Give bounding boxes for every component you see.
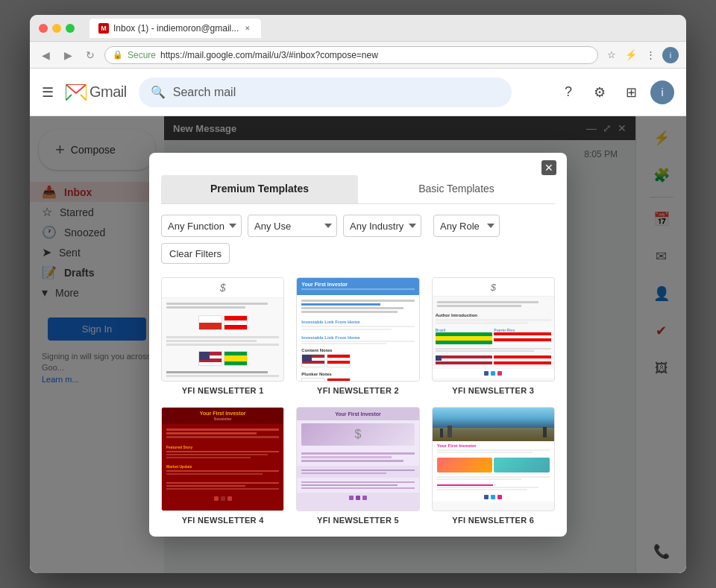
template-item-6[interactable]: Your First Investor [432, 407, 555, 525]
template-item-5[interactable]: Your First Investor $ [296, 407, 419, 525]
template-item-2[interactable]: Your First Investor [296, 277, 419, 395]
template-name-6: YFI NEWSLETTER 6 [452, 516, 534, 525]
gmail-search-bar[interactable]: 🔍 Search mail [139, 78, 512, 107]
browser-window: M Inbox (1) - indiemoron@gmail... ✕ ◀ ▶ … [30, 15, 686, 573]
browser-tab[interactable]: M Inbox (1) - indiemoron@gmail... ✕ [90, 19, 261, 38]
apps-grid-icon[interactable]: ⊞ [619, 80, 643, 104]
help-icon[interactable]: ? [556, 80, 580, 104]
settings-icon[interactable]: ⚙ [588, 80, 612, 104]
modal-overlay: ✕ Premium Templates Basic Templates Any … [30, 116, 686, 573]
hamburger-menu-icon[interactable]: ☰ [42, 84, 54, 101]
tab-basic-templates[interactable]: Basic Templates [358, 175, 555, 203]
gmail-top-bar: ☰ Gmail 🔍 Search mail [30, 69, 686, 116]
minimize-traffic-light[interactable] [52, 24, 61, 33]
menu-icon[interactable]: ⋮ [643, 48, 658, 63]
template-preview-1: $ [161, 277, 284, 382]
url-display: https://mail.google.com/mail/u/3/#inbox?… [160, 50, 378, 60]
gmail-body: + Compose 📥 Inbox ☆ Starred 🕐 Snoozed ➤ [30, 116, 686, 573]
close-traffic-light[interactable] [39, 24, 48, 33]
user-gmail-avatar[interactable]: i [650, 80, 674, 104]
tab-premium-templates[interactable]: Premium Templates [161, 175, 358, 203]
gmail-top-right: ? ⚙ ⊞ i [556, 80, 674, 104]
template-item-4[interactable]: Your First Investor Newsletter [161, 407, 284, 525]
tab-title: Inbox (1) - indiemoron@gmail... [113, 23, 239, 34]
search-placeholder-text: Search mail [173, 86, 236, 99]
template-preview-5: Your First Investor $ [296, 407, 419, 511]
back-button[interactable]: ◀ [37, 47, 54, 63]
gmail-content: ☰ Gmail 🔍 Search mail [30, 69, 686, 573]
secure-label: Secure [128, 50, 156, 60]
address-bar[interactable]: 🔒 Secure https://mail.google.com/mail/u/… [104, 46, 598, 64]
user-avatar[interactable]: i [662, 47, 679, 63]
template-name-2: YFI NEWSLETTER 2 [317, 386, 399, 395]
template-name-4: YFI NEWSLETTER 4 [182, 516, 264, 525]
browser-toolbar: ◀ ▶ ↻ 🔒 Secure https://mail.google.com/m… [30, 42, 686, 69]
modal-close-button[interactable]: ✕ [541, 160, 556, 175]
template-name-3: YFI NEWSLETTER 3 [452, 386, 534, 395]
role-filter-select[interactable]: Any Role Manager Executive [433, 215, 500, 237]
gmail-logo: Gmail [66, 83, 127, 101]
template-item-3[interactable]: $ Author Introduction [432, 277, 555, 395]
modal-tabs: Premium Templates Basic Templates [161, 175, 555, 204]
modal-filters: Any Function Marketing Sales Any Use New… [149, 204, 567, 271]
search-icon: 🔍 [151, 85, 166, 99]
function-filter-select[interactable]: Any Function Marketing Sales [161, 215, 242, 237]
browser-titlebar: M Inbox (1) - indiemoron@gmail... ✕ [30, 15, 686, 42]
gmail-favicon: M [98, 23, 109, 34]
template-item-1[interactable]: $ [161, 277, 284, 395]
modal-header: ✕ [149, 153, 567, 175]
extensions-icon[interactable]: ⚡ [624, 48, 638, 63]
clear-filters-button[interactable]: Clear Filters [161, 243, 230, 264]
traffic-lights [39, 24, 75, 33]
tab-close-button[interactable]: ✕ [243, 24, 252, 33]
bookmark-icon[interactable]: ☆ [604, 48, 619, 63]
reload-button[interactable]: ↻ [82, 47, 98, 63]
gmail-text-logo: Gmail [90, 83, 127, 101]
template-preview-6: Your First Investor [432, 407, 555, 511]
template-name-1: YFI NEWSLETTER 1 [182, 386, 264, 395]
use-filter-select[interactable]: Any Use Newsletter Announcement [248, 215, 337, 237]
template-preview-3: $ Author Introduction [432, 277, 555, 382]
industry-filter-select[interactable]: Any Industry Finance Tech [343, 215, 421, 237]
forward-button[interactable]: ▶ [60, 47, 76, 63]
gmail-m-icon [66, 84, 87, 101]
template-preview-2: Your First Investor [296, 277, 419, 382]
templates-grid: $ [149, 271, 567, 537]
template-modal: ✕ Premium Templates Basic Templates Any … [149, 153, 567, 537]
lock-icon: 🔒 [113, 50, 123, 60]
template-name-5: YFI NEWSLETTER 5 [317, 516, 399, 525]
template-preview-4: Your First Investor Newsletter [161, 407, 284, 511]
toolbar-right-icons: ☆ ⚡ ⋮ i [604, 47, 679, 63]
maximize-traffic-light[interactable] [66, 24, 75, 33]
